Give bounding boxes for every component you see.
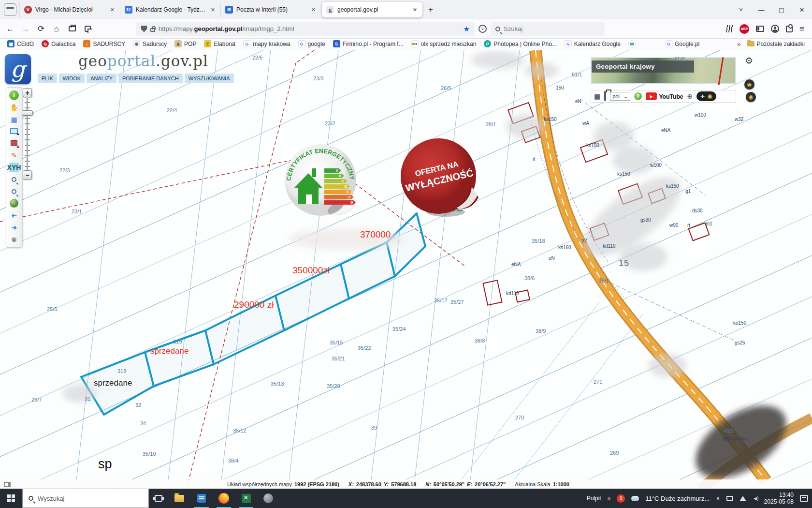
tab-close-icon[interactable]: ✕ [412, 6, 418, 14]
help-button[interactable]: ? [634, 92, 642, 100]
notification-badge[interactable]: 1 [617, 494, 625, 503]
tracking-shield-icon[interactable] [141, 26, 147, 32]
weather-text[interactable]: 11°C Duże zachmurz... [645, 495, 710, 502]
minimize-button[interactable]: — [751, 0, 771, 19]
next-view-icon[interactable]: ➜ [9, 223, 19, 232]
forward-button[interactable]: → [18, 22, 33, 36]
bookmark-olx[interactable]: olxolx sprzedz mieszkan [408, 40, 480, 47]
zoom-slider-track[interactable] [27, 98, 28, 170]
lock-icon[interactable] [150, 28, 155, 32]
bookmark-mapy-krakowa[interactable]: Gmapy krakowa [240, 40, 293, 47]
menu-button[interactable]: PLIK [38, 74, 57, 83]
action-center-icon[interactable] [800, 495, 808, 502]
home-button[interactable]: ⌂ [49, 22, 64, 36]
zoom-in-tool-icon[interactable] [9, 175, 19, 184]
bookmark-pop[interactable]: ♟POP [171, 40, 200, 47]
tray-chevron-up-icon[interactable]: ∧ [716, 495, 720, 502]
bookmarks-overflow-chevron[interactable]: » [737, 40, 741, 48]
tab-close-icon[interactable]: ✕ [109, 6, 116, 14]
bookmark-galactica[interactable]: GGalactica [38, 40, 79, 47]
app-button[interactable] [257, 489, 279, 508]
bookmark-ceidg[interactable]: ▦CEldG [4, 40, 37, 47]
tab-close-icon[interactable]: ✕ [310, 6, 317, 14]
bookmark-elaborat[interactable]: EElaborat [201, 40, 239, 47]
tab-close-icon[interactable]: ✕ [210, 6, 216, 14]
menu-button[interactable]: ANALIZY [87, 74, 116, 83]
visibility-eye-button[interactable]: ◉ [746, 92, 756, 102]
bookmark-google-pl[interactable]: GGoogle.pl [662, 40, 703, 47]
print-button[interactable] [65, 22, 79, 36]
tray-display-icon[interactable] [726, 496, 733, 501]
bookmark-kalendarz[interactable]: GKalendarz Google [561, 40, 624, 47]
measure-pencil-icon[interactable]: ✎ [9, 150, 19, 160]
mail-app-button[interactable] [190, 489, 213, 508]
menu-button[interactable]: POBIERANIE DANYCH [118, 74, 183, 83]
tab-mail[interactable]: ✉ Poczta w Interii (55) ✕ [220, 2, 321, 17]
tray-volume-icon[interactable]: ◄) [753, 495, 758, 501]
account-icon[interactable] [771, 25, 779, 33]
firefox-view-icon[interactable] [4, 3, 16, 16]
reload-button[interactable]: ⟳ [34, 22, 48, 36]
youtube-button[interactable]: ▶YouTube [646, 92, 683, 100]
pocket-icon[interactable]: ˅ [478, 25, 487, 33]
search-box[interactable]: Szukaj [491, 22, 605, 36]
bookmark-star-icon[interactable]: ★ [464, 25, 470, 33]
zoom-out-button[interactable]: − [23, 170, 32, 179]
xyh-coordinates-icon[interactable]: XYH [9, 163, 19, 172]
bookmark-photopea[interactable]: PPhotopea | Online Pho... [480, 40, 560, 47]
print-map-icon[interactable] [604, 92, 606, 101]
language-select[interactable]: pol⌄ [610, 92, 630, 101]
map-viewport[interactable]: g geoportal.gov.pl PLIKWIDOKANALIZYPOBIE… [0, 50, 812, 489]
zoom-slider-handle[interactable] [22, 110, 33, 116]
library-icon[interactable] [726, 25, 733, 32]
url-bar[interactable]: https://mapy.geoportal.gov.pl/imap/Imgp_… [136, 22, 475, 36]
bookmark-firmino[interactable]: SFirmino.pl - Program f... [330, 40, 407, 47]
desktop-toolbar-label[interactable]: Pulpit [587, 495, 601, 502]
bookmark-wordpress[interactable]: W [625, 40, 641, 47]
other-bookmarks-folder[interactable]: Pozostałe zakładki [744, 41, 808, 47]
zoom-in-button[interactable]: + [23, 88, 32, 97]
visibility-eye-button[interactable]: ◉ [744, 79, 754, 90]
firefox-button[interactable] [213, 489, 235, 508]
globe-extent-icon[interactable] [9, 198, 19, 208]
bookmark-sadurscy1[interactable]: ⌂SADURSCY [80, 40, 129, 47]
list-all-tabs-button[interactable]: ˅ [731, 0, 751, 19]
excel-button[interactable] [235, 489, 257, 508]
geoportal-logo[interactable]: g [5, 54, 31, 84]
maximize-button[interactable]: ▢ [771, 0, 792, 19]
tab-calendar[interactable]: 31 Kalendarz Google - Tydzień, w I ✕ [120, 2, 220, 17]
adblock-icon[interactable]: ABP [740, 24, 749, 34]
overview-minimap[interactable]: Geoportal krajowy [591, 57, 736, 84]
bookmark-sadurscy2[interactable]: ⊕Sadurscy [130, 40, 170, 47]
bookmark-google[interactable]: Ggoogle [295, 40, 329, 47]
menu-button[interactable]: WYSZUKIWANIA [185, 74, 234, 83]
task-view-button[interactable] [149, 489, 168, 508]
tab-virgo[interactable]: V Virgo - Michał Dzięcioł ✕ [19, 2, 120, 17]
settings-gear-icon[interactable]: ⚙ [745, 55, 753, 66]
layers-grid-icon[interactable]: ▦ [594, 92, 600, 100]
tab-geoportal-active[interactable]: g geoportal.gov.pl ✕ [322, 2, 422, 17]
close-tool-icon[interactable]: ⊗ [9, 235, 19, 244]
info-tool-icon[interactable]: i [9, 90, 19, 100]
tray-network-icon[interactable] [740, 496, 746, 501]
extensions-icon[interactable] [786, 26, 793, 32]
menu-icon[interactable]: ≡ [799, 24, 804, 34]
sidebar-icon[interactable] [756, 26, 764, 32]
close-window-button[interactable]: ✕ [792, 0, 812, 19]
taskbar-clock[interactable]: 13:402025-05-08 [764, 492, 794, 505]
legend-tool-icon[interactable]: ▦ [9, 115, 19, 124]
screenshot-button[interactable] [80, 22, 95, 36]
file-explorer-button[interactable] [168, 489, 190, 508]
web-globe-icon[interactable]: ⊕ [687, 92, 693, 100]
start-button[interactable] [0, 489, 22, 508]
zoom-out-tool-icon[interactable] [9, 187, 19, 196]
taskbar-search[interactable]: Wyszukaj [22, 489, 149, 508]
back-button[interactable]: ← [3, 22, 17, 36]
flight-view-toggle[interactable]: ✈◉ [696, 91, 716, 101]
pan-hand-icon[interactable]: ✋ [9, 103, 19, 112]
new-tab-button[interactable]: + [423, 5, 438, 15]
previous-view-icon[interactable]: ➜ [9, 210, 19, 220]
deselect-area-icon[interactable] [9, 138, 19, 148]
desktop-expand-chevron[interactable]: » [608, 495, 611, 502]
select-area-icon[interactable] [9, 126, 19, 136]
